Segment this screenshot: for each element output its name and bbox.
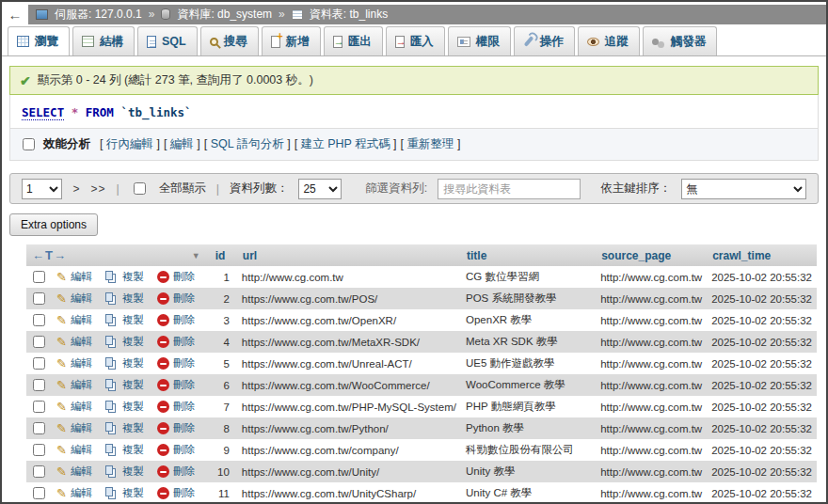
row-checkbox[interactable] [33, 314, 45, 326]
edit-pencil-icon: ✎ [56, 487, 67, 499]
row-checkbox[interactable] [33, 379, 45, 391]
delete-link[interactable]: 刪除 [173, 443, 195, 457]
edit-link[interactable]: 編輯 [71, 335, 92, 349]
column-header-crawl-time[interactable]: crawl_time [707, 244, 817, 266]
tab-triggers[interactable]: 觸發器 [643, 26, 718, 55]
row-checkbox[interactable] [33, 292, 45, 305]
copy-link[interactable]: 複製 [122, 335, 144, 349]
edit-link[interactable]: 編輯 [71, 270, 92, 284]
tab-structure[interactable]: 結構 [72, 26, 135, 55]
edit-link[interactable]: 編輯 [71, 400, 92, 414]
cell-id: 5 [210, 353, 237, 374]
tab-insert[interactable]: 新增 [262, 26, 321, 55]
edit-link[interactable]: 編輯 [71, 356, 92, 370]
filter-rows-input[interactable] [438, 179, 581, 199]
copy-icon [105, 271, 113, 280]
next-page-link[interactable]: > [72, 182, 80, 196]
row-checkbox[interactable] [33, 401, 45, 413]
cell-id: 1 [210, 266, 237, 288]
delete-link[interactable]: 刪除 [173, 313, 195, 327]
profiling-link-3[interactable]: 建立 PHP 程式碼 [301, 137, 390, 150]
column-header-id[interactable]: id [210, 244, 237, 266]
delete-link[interactable]: 刪除 [173, 291, 195, 306]
row-checkbox[interactable] [33, 336, 45, 348]
copy-link[interactable]: 複製 [122, 378, 144, 392]
delete-link[interactable]: 刪除 [173, 335, 195, 349]
delete-link[interactable]: 刪除 [173, 465, 195, 479]
bracket: [ [295, 137, 301, 150]
profiling-link-2[interactable]: SQL 語句分析 [211, 137, 284, 150]
copy-link[interactable]: 複製 [122, 270, 144, 284]
tab-browse[interactable]: 瀏覽 [8, 26, 70, 55]
cell-url: https://www.cg.com.tw/Unreal-ACT/ [237, 353, 461, 374]
edit-link[interactable]: 編輯 [71, 291, 92, 306]
profiling-link-4[interactable]: 重新整理 [407, 137, 454, 150]
edit-link[interactable]: 編輯 [71, 443, 92, 457]
delete-link[interactable]: 刪除 [173, 486, 195, 500]
profiling-link-0[interactable]: 行內編輯 [106, 137, 153, 150]
breadcrumb-server[interactable]: 伺服器: 127.0.0.1 [55, 7, 142, 23]
tab-privileges[interactable]: 權限 [448, 26, 511, 55]
copy-link[interactable]: 複製 [122, 313, 144, 327]
extra-options-button[interactable]: Extra options [9, 213, 98, 236]
cell-crawl-time: 2025-10-02 20:55:32 [707, 439, 817, 461]
copy-link[interactable]: 複製 [122, 356, 144, 370]
bracket: [ [100, 137, 106, 150]
tab-operations[interactable]: 操作 [514, 26, 575, 55]
column-options-arrows[interactable]: ←T→ [32, 248, 67, 262]
tab-import[interactable]: 匯入 [386, 26, 445, 55]
delete-link[interactable]: 刪除 [173, 270, 195, 284]
sql-keyword-select[interactable]: SELECT [22, 105, 64, 120]
delete-link[interactable]: 刪除 [173, 421, 195, 435]
table-row: ✎ 編輯 複製 刪除 7 https://www.cg.com.tw/PHP-M… [26, 396, 817, 417]
delete-link[interactable]: 刪除 [173, 400, 195, 414]
copy-link[interactable]: 複製 [122, 465, 144, 479]
column-header-source-page[interactable]: source_page [596, 244, 707, 266]
row-checkbox[interactable] [33, 465, 45, 478]
row-checkbox[interactable] [33, 271, 45, 283]
tab-tracking[interactable]: 追蹤 [578, 26, 640, 55]
copy-link[interactable]: 複製 [122, 421, 144, 435]
copy-link[interactable]: 複製 [122, 443, 144, 457]
table-row: ✎ 編輯 複製 刪除 8 https://www.cg.com.tw/Pytho… [26, 417, 817, 439]
edit-link[interactable]: 編輯 [71, 421, 92, 435]
breadcrumb-table[interactable]: 資料表: tb_links [310, 7, 388, 23]
column-header-title[interactable]: title [461, 244, 596, 266]
tab-export[interactable]: 匯出 [324, 26, 383, 55]
edit-link[interactable]: 編輯 [71, 313, 92, 327]
cell-crawl-time: 2025-10-02 20:55:32 [707, 309, 817, 331]
edit-link[interactable]: 編輯 [71, 486, 92, 500]
delete-link[interactable]: 刪除 [173, 356, 195, 370]
page-select[interactable]: 1 [22, 179, 62, 199]
row-checkbox[interactable] [33, 444, 45, 456]
rows-count-select[interactable]: 25 [298, 179, 342, 199]
copy-link[interactable]: 複製 [122, 486, 144, 500]
sort-by-key-select[interactable]: 無 [681, 179, 806, 199]
profiling-link-1[interactable]: 編輯 [170, 137, 194, 150]
row-checkbox[interactable] [33, 357, 45, 370]
sort-desc-icon[interactable]: ▼ [192, 251, 200, 260]
show-all-checkbox[interactable] [134, 182, 146, 195]
tab-search[interactable]: 搜尋 [200, 26, 259, 55]
tab-sql[interactable]: SQL [137, 26, 198, 55]
column-header-url[interactable]: url [237, 244, 461, 266]
row-checkbox[interactable] [33, 422, 45, 434]
edit-pencil-icon: ✎ [56, 292, 67, 305]
breadcrumb-database[interactable]: 資料庫: db_system [177, 7, 272, 23]
edit-link[interactable]: 編輯 [71, 465, 92, 479]
table-row: ✎ 編輯 複製 刪除 2 https://www.cg.com.tw/POS/ … [26, 288, 817, 309]
edit-link[interactable]: 編輯 [71, 378, 92, 392]
cell-id: 11 [210, 482, 237, 504]
copy-icon [105, 444, 113, 453]
copy-link[interactable]: 複製 [122, 291, 144, 306]
back-arrow-icon[interactable]: ← [2, 7, 28, 23]
copy-link[interactable]: 複製 [122, 400, 144, 414]
rows-count-label: 資料列數： [230, 181, 289, 197]
profiling-row: 效能分析 [ 行內編輯 ][ 編輯 ][ SQL 語句分析 ][ 建立 PHP … [9, 129, 819, 161]
profiling-checkbox[interactable] [23, 138, 35, 150]
row-checkbox[interactable] [33, 487, 45, 499]
delete-link[interactable]: 刪除 [173, 378, 195, 392]
bracket: ] [153, 137, 160, 150]
cell-source-page: http://www.cg.com.tw [596, 396, 707, 417]
last-page-link[interactable]: >> [90, 182, 105, 196]
